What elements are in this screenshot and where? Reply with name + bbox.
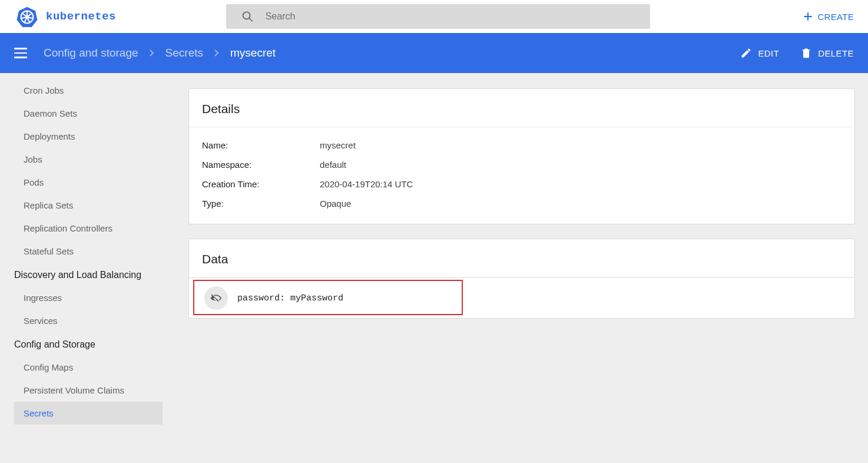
sidebar-item-pvc[interactable]: Persistent Volume Claims xyxy=(0,379,177,402)
delete-label: DELETE xyxy=(818,48,854,58)
detail-row-creation-time: Creation Time: 2020-04-19T20:14 UTC xyxy=(202,174,842,194)
eye-off-icon xyxy=(210,292,223,305)
main-content: Details Name: mysecret Namespace: defaul… xyxy=(177,73,868,463)
sidebar-item-replication-controllers[interactable]: Replication Controllers xyxy=(0,217,177,240)
create-button[interactable]: CREATE xyxy=(802,11,854,22)
sidebar-item-pods[interactable]: Pods xyxy=(0,171,177,194)
detail-key: Namespace: xyxy=(202,160,320,170)
sidebar-heading-workloads-truncated xyxy=(0,73,177,79)
detail-value: 2020-04-19T20:14 UTC xyxy=(320,179,413,189)
sidebar: Cron Jobs Daemon Sets Deployments Jobs P… xyxy=(0,73,177,463)
sidebar-heading-config: Config and Storage xyxy=(0,332,177,356)
secret-key: password: xyxy=(237,293,285,303)
toggle-visibility-button[interactable] xyxy=(204,286,228,310)
pencil-icon xyxy=(740,47,752,59)
sidebar-item-replica-sets[interactable]: Replica Sets xyxy=(0,194,177,217)
trash-icon xyxy=(800,47,812,59)
brand-text: kubernetes xyxy=(46,10,116,23)
breadcrumb-config-storage[interactable]: Config and storage xyxy=(44,47,138,59)
secret-data-row: password: myPassword xyxy=(189,277,854,318)
detail-row-namespace: Namespace: default xyxy=(202,155,842,174)
details-title: Details xyxy=(189,89,854,127)
data-title: Data xyxy=(189,239,854,277)
sidebar-item-cron-jobs[interactable]: Cron Jobs xyxy=(0,79,177,102)
detail-key: Creation Time: xyxy=(202,179,320,189)
edit-label: EDIT xyxy=(758,48,779,58)
sidebar-item-stateful-sets[interactable]: Stateful Sets xyxy=(0,240,177,263)
detail-value: mysecret xyxy=(320,140,356,150)
detail-key: Type: xyxy=(202,199,320,209)
sidebar-item-ingresses[interactable]: Ingresses xyxy=(0,286,177,309)
chevron-right-icon xyxy=(214,49,220,57)
sidebar-item-secrets[interactable]: Secrets xyxy=(14,402,163,425)
data-card: Data password: myPassword xyxy=(188,239,855,319)
detail-row-name: Name: mysecret xyxy=(202,135,842,155)
create-label: CREATE xyxy=(817,12,854,22)
search-icon xyxy=(241,10,254,23)
detail-row-type: Type: Opaque xyxy=(202,194,842,213)
details-card: Details Name: mysecret Namespace: defaul… xyxy=(188,88,855,224)
search-input[interactable] xyxy=(266,11,635,22)
menu-button[interactable] xyxy=(14,48,28,58)
logo[interactable]: kubernetes xyxy=(16,6,226,27)
kubernetes-logo-icon xyxy=(16,6,38,27)
top-bar: kubernetes CREATE xyxy=(0,0,868,33)
plus-icon xyxy=(802,11,814,22)
breadcrumb-bar: Config and storage Secrets mysecret EDIT… xyxy=(0,33,868,73)
secret-value: myPassword xyxy=(290,293,343,303)
detail-value: Opaque xyxy=(320,199,351,209)
sidebar-item-deployments[interactable]: Deployments xyxy=(0,125,177,148)
breadcrumb: Config and storage Secrets mysecret xyxy=(44,47,276,59)
detail-key: Name: xyxy=(202,140,320,150)
chevron-right-icon xyxy=(149,49,155,57)
sidebar-item-jobs[interactable]: Jobs xyxy=(0,148,177,171)
secret-key-value: password: myPassword xyxy=(237,293,343,303)
sidebar-item-config-maps[interactable]: Config Maps xyxy=(0,356,177,379)
sidebar-item-services[interactable]: Services xyxy=(0,309,177,332)
breadcrumb-secrets[interactable]: Secrets xyxy=(165,47,203,59)
svg-line-11 xyxy=(249,18,252,21)
edit-button[interactable]: EDIT xyxy=(740,47,779,59)
sidebar-item-daemon-sets[interactable]: Daemon Sets xyxy=(0,102,177,125)
breadcrumb-current: mysecret xyxy=(230,47,276,59)
search-box[interactable] xyxy=(226,4,650,29)
delete-button[interactable]: DELETE xyxy=(800,47,854,59)
detail-value: default xyxy=(320,160,346,170)
sidebar-heading-discovery: Discovery and Load Balancing xyxy=(0,263,177,286)
